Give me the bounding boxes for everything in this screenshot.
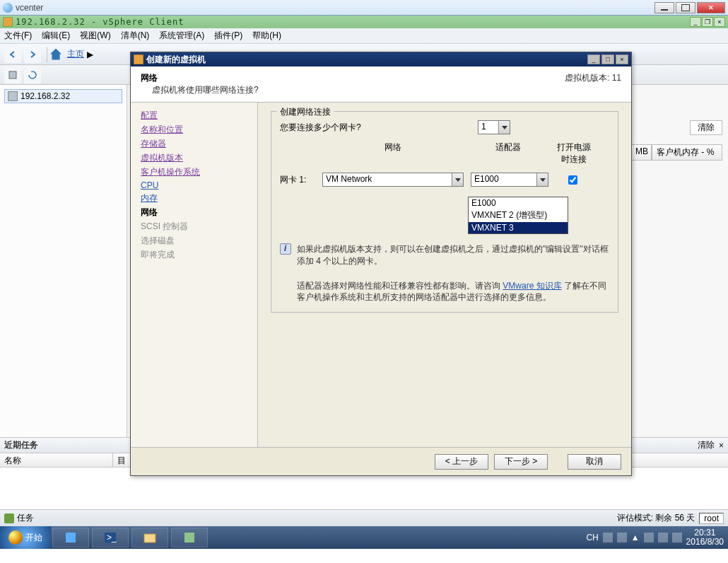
menu-edit[interactable]: 编辑(E) <box>42 30 70 42</box>
dialog-minimize-button[interactable]: _ <box>587 54 600 64</box>
nic1-poweron-checkbox[interactable] <box>568 175 577 185</box>
cancel-button[interactable]: 取消 <box>568 454 621 470</box>
recent-clear[interactable]: 清除 <box>698 439 715 451</box>
tray-lang[interactable]: CH <box>586 533 598 542</box>
tray-icon-sound[interactable] <box>672 533 682 542</box>
dialog-titlebar: 创建新的虚拟机 _ □ × <box>131 52 631 66</box>
inner-minimize-button[interactable]: _ <box>690 17 701 27</box>
col-network-header: 网络 <box>322 141 464 166</box>
nav-scsi: SCSI 控制器 <box>141 221 247 233</box>
minimize-button[interactable] <box>654 2 674 13</box>
breadcrumb-separator: ▶ <box>87 50 93 59</box>
tray-icon-network[interactable] <box>658 533 668 542</box>
outer-titlebar: vcenter <box>0 0 728 16</box>
nav-name[interactable]: 名称和位置 <box>141 124 247 136</box>
svg-rect-4 <box>144 534 155 542</box>
next-button[interactable]: 下一步 > <box>494 454 548 470</box>
menu-view[interactable]: 视图(W) <box>80 30 110 42</box>
info-block: 如果此虚拟机版本支持，则可以在创建虚拟机之后，通过虚拟机的"编辑设置"对话框添加… <box>280 243 609 303</box>
nav-back-button[interactable] <box>4 46 21 63</box>
inventory-tree: 192.168.2.32 <box>0 85 127 437</box>
tray-up-icon[interactable]: ▲ <box>631 533 640 542</box>
dialog-close-button[interactable]: × <box>616 54 628 64</box>
breadcrumb: 主页 ▶ <box>50 48 93 60</box>
chevron-down-icon <box>452 173 463 186</box>
nic-count-select[interactable]: 1 <box>478 120 510 134</box>
maximize-button[interactable] <box>676 2 695 13</box>
tray-icon-flag[interactable] <box>644 533 654 542</box>
start-label: 开始 <box>25 532 42 544</box>
tray-icon-2[interactable] <box>617 533 627 542</box>
recent-clear-x[interactable]: × <box>719 441 724 451</box>
powershell-icon: >_ <box>103 530 117 545</box>
taskbar-item-2[interactable]: >_ <box>92 528 129 547</box>
adapter-option-0[interactable]: E1000 <box>469 197 568 209</box>
nav-config[interactable]: 配置 <box>141 110 247 122</box>
info-text-2: 适配器选择对网络性能和迁移兼容性都有影响。请咨询 VMware 知识库 了解在不… <box>297 280 609 304</box>
inner-close-button[interactable]: × <box>714 17 725 27</box>
tray-date: 2016/8/30 <box>686 538 724 547</box>
outer-window: vcenter 192.168.2.32 - vSphere Client _ … <box>0 0 728 563</box>
col-guest-mem[interactable]: 客户机内存 - % <box>652 144 722 161</box>
start-button[interactable]: 开始 <box>0 526 51 549</box>
refresh-button[interactable] <box>24 66 41 83</box>
menubar: 文件(F) 编辑(E) 视图(W) 清单(N) 系统管理(A) 插件(P) 帮助… <box>0 28 728 44</box>
chevron-down-icon <box>498 121 510 134</box>
col-poweron-header: 打开电源 时连接 <box>553 141 595 166</box>
system-tray: CH ▲ 20:31 2016/8/30 <box>582 526 728 549</box>
nav-vmversion[interactable]: 虚拟机版本 <box>141 152 247 164</box>
dialog-nav: 配置 名称和位置 存储器 虚拟机版本 客户机操作系统 CPU 内存 网络 SCS… <box>131 103 258 447</box>
menu-plugins[interactable]: 插件(P) <box>214 30 242 42</box>
dialog-content: 创建网络连接 您要连接多少个网卡? 1 网络 适配器 打开电源 时连接 <box>258 103 631 447</box>
taskbar-item-4[interactable] <box>171 528 208 547</box>
nic1-adapter-value: E1000 <box>471 173 536 186</box>
taskbar-item-1[interactable] <box>52 528 89 547</box>
tray-clock[interactable]: 20:31 2016/8/30 <box>686 528 724 547</box>
nav-cpu[interactable]: CPU <box>141 180 247 190</box>
nic1-network-select[interactable]: VM Network <box>322 173 464 187</box>
menu-inventory[interactable]: 清单(N) <box>121 30 150 42</box>
nav-forward-button[interactable] <box>24 46 41 63</box>
recent-col-name[interactable]: 名称 <box>0 453 113 467</box>
windows-orb-icon <box>8 530 23 545</box>
tray-icon-1[interactable] <box>603 533 613 542</box>
chevron-down-icon <box>536 173 548 186</box>
adapter-dropdown-list: E1000 VMXNET 2 (增强型) VMXNET 3 <box>468 197 568 234</box>
clear-button[interactable]: 清除 <box>690 120 722 135</box>
close-button[interactable] <box>697 2 725 13</box>
tree-host-item[interactable]: 192.168.2.32 <box>4 89 122 103</box>
inner-restore-button[interactable]: ❐ <box>702 17 713 27</box>
nav-disk: 选择磁盘 <box>141 235 247 247</box>
breadcrumb-home[interactable]: 主页 <box>67 48 84 60</box>
dialog-head-sub: 虚拟机将使用哪些网络连接? <box>141 84 565 96</box>
adapter-option-1[interactable]: VMXNET 2 (增强型) <box>469 209 568 222</box>
status-user: root <box>699 513 724 524</box>
menu-file[interactable]: 文件(F) <box>4 30 32 42</box>
status-eval: 评估模式: 剩余 56 天 <box>617 512 695 524</box>
back-button[interactable]: < 上一步 <box>435 454 488 470</box>
svg-rect-1 <box>66 533 76 542</box>
nav-guestos[interactable]: 客户机操作系统 <box>141 166 247 178</box>
tree-host-label: 192.168.2.32 <box>20 91 70 101</box>
menu-admin[interactable]: 系统管理(A) <box>159 30 204 42</box>
dialog-body: 配置 名称和位置 存储器 虚拟机版本 客户机操作系统 CPU 内存 网络 SCS… <box>131 103 631 447</box>
network-groupbox: 创建网络连接 您要连接多少个网卡? 1 网络 适配器 打开电源 时连接 <box>271 111 618 313</box>
vsphere-bar: 192.168.2.32 - vSphere Client _ ❐ × <box>0 16 728 28</box>
nav-storage[interactable]: 存储器 <box>141 138 247 150</box>
nav-memory[interactable]: 内存 <box>141 192 247 204</box>
new-vm-dialog: 创建新的虚拟机 _ □ × 网络 虚拟机将使用哪些网络连接? 虚拟机版本: 11… <box>130 52 632 476</box>
info-icon <box>280 243 291 255</box>
status-tasks[interactable]: 任务 <box>17 512 34 524</box>
outer-title-text: vcenter <box>16 3 654 13</box>
new-vm-button[interactable] <box>4 66 21 83</box>
kb-link[interactable]: VMware 知识库 <box>503 281 561 291</box>
taskbar-item-3[interactable] <box>131 528 168 547</box>
dialog-vm-version: 虚拟机版本: 11 <box>565 72 621 96</box>
menu-help[interactable]: 帮助(H) <box>252 30 281 42</box>
col-adapter-header: 适配器 <box>469 141 547 166</box>
dialog-maximize-button[interactable]: □ <box>601 54 614 64</box>
adapter-option-2[interactable]: VMXNET 3 <box>469 222 568 233</box>
col-mb[interactable]: MB <box>630 144 652 161</box>
home-icon[interactable] <box>50 49 61 60</box>
nic1-adapter-select[interactable]: E1000 <box>471 173 548 187</box>
